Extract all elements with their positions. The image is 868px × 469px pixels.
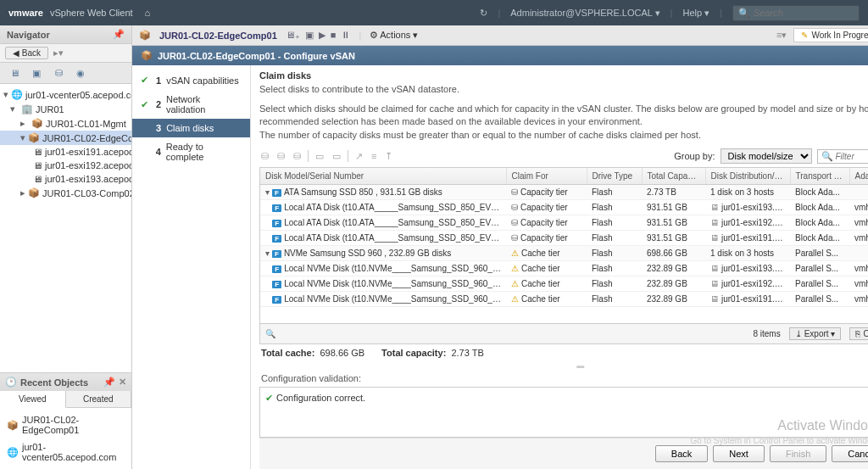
claim-cache-icon[interactable]: ⛁ bbox=[259, 151, 270, 162]
table-row[interactable]: FLocal NVMe Disk (t10.NVMe____Samsung_SS… bbox=[260, 276, 868, 292]
recent-title: Recent Objects bbox=[20, 377, 88, 388]
tab-viewed[interactable]: Viewed bbox=[0, 391, 66, 408]
filter-input[interactable] bbox=[836, 152, 869, 161]
pin-icon[interactable]: 📌 bbox=[113, 29, 125, 40]
tree-host-193[interactable]: 🖥jur01-esxi193.acepod.... bbox=[0, 172, 131, 186]
find-icon[interactable]: 🔍 bbox=[265, 329, 275, 338]
close-icon[interactable]: ✕ bbox=[119, 377, 126, 388]
recent-item[interactable]: 🌐jur01-vcenter05.acepod.com bbox=[3, 438, 128, 466]
reset-icon[interactable]: ↗ bbox=[353, 151, 364, 162]
finish-button: Finish bbox=[770, 445, 826, 462]
step-ready-complete[interactable]: 4Ready to complete bbox=[132, 137, 250, 166]
table-row[interactable]: FLocal NVMe Disk (t10.NVMe____Samsung_SS… bbox=[260, 261, 868, 276]
back-button[interactable]: Back bbox=[655, 445, 708, 462]
power-off-icon[interactable]: ■ bbox=[331, 30, 337, 41]
next-button[interactable]: Next bbox=[713, 445, 765, 462]
search-icon: 🔍 bbox=[821, 151, 833, 162]
product-name: vSphere Web Client bbox=[50, 8, 133, 18]
export-button[interactable]: ⤓Export ▾ bbox=[789, 327, 842, 340]
user-menu[interactable]: Administrator@VSPHERE.LOCAL ▾ bbox=[510, 8, 659, 19]
network-view-icon[interactable]: ◉ bbox=[73, 66, 88, 80]
table-row[interactable]: ▾FNVMe Samsung SSD 960 , 232.89 GB disks… bbox=[260, 246, 868, 261]
col-distribution[interactable]: Disk Distribution/Host bbox=[705, 168, 790, 185]
tree-datacenter[interactable]: ▾🏢JUR01 bbox=[0, 102, 131, 116]
navigator-title: Navigator bbox=[7, 30, 50, 40]
history-dropdown[interactable]: ▸▾ bbox=[53, 47, 64, 59]
item-count: 8 items bbox=[753, 329, 780, 338]
wizard-steps: ✔1vSAN capabilities ✔2Network validation… bbox=[132, 65, 251, 469]
back-button[interactable]: ◀ Back bbox=[5, 47, 48, 59]
col-claim[interactable]: Claim For bbox=[506, 168, 587, 185]
table-row[interactable]: ▾FATA Samsung SSD 850 , 931.51 GB disks⛁… bbox=[260, 185, 868, 200]
wizard-title-bar: 📦 JUR01-CL02-EdgeComp01 - Configure vSAN bbox=[132, 46, 868, 65]
refresh-icon[interactable]: ↻ bbox=[480, 8, 487, 19]
suspend-icon[interactable]: ⏸ bbox=[341, 30, 350, 41]
home-icon[interactable]: ⌂ bbox=[145, 8, 151, 18]
group-by-label: Group by: bbox=[674, 151, 715, 161]
table-row[interactable]: FLocal ATA Disk (t10.ATA_____Samsung_SSD… bbox=[260, 215, 868, 231]
check-icon: ✔ bbox=[265, 393, 273, 403]
content-area: 📦 JUR01-CL02-EdgeComp01 🖥₊ ▣ ▶ ■ ⏸ | ⚙ A… bbox=[132, 25, 868, 469]
cluster-title: JUR01-CL02-EdgeComp01 bbox=[159, 31, 277, 41]
collapse-icon[interactable]: ⤒ bbox=[383, 151, 394, 162]
hosts-view-icon[interactable]: 🖥 bbox=[7, 66, 22, 80]
col-capacity[interactable]: Total Capacity bbox=[642, 168, 705, 185]
section-heading: Claim disks bbox=[259, 70, 868, 81]
table-row[interactable]: FLocal ATA Disk (t10.ATA_____Samsung_SSD… bbox=[260, 231, 868, 246]
recent-objects-panel: 🕑 Recent Objects 📌 ✕ Viewed Created 📦JUR… bbox=[0, 372, 131, 469]
filter-box[interactable]: 🔍 ▾ bbox=[817, 149, 869, 164]
pin-icon[interactable]: 📌 bbox=[103, 377, 115, 388]
validation-box: ✔Configuration correct. bbox=[259, 387, 868, 438]
hdd-icon[interactable]: ▭ bbox=[314, 151, 326, 162]
storage-view-icon[interactable]: ⛁ bbox=[51, 66, 66, 80]
navigator-panel: Navigator 📌 ◀ Back ▸▾ 🖥 ▣ ⛁ ◉ ▾🌐jur01-vc… bbox=[0, 25, 132, 469]
cancel-button[interactable]: Cancel bbox=[832, 445, 868, 462]
section-subheading: Select disks to contribute to the vSAN d… bbox=[259, 84, 868, 94]
search-icon: 🔍 bbox=[738, 8, 750, 19]
inventory-tree: ▾🌐jur01-vcenter05.acepod.com ▾🏢JUR01 ▸📦J… bbox=[0, 84, 131, 372]
tree-cluster-comp[interactable]: ▸📦JUR01-CL03-Comp02 bbox=[0, 186, 131, 200]
help-menu[interactable]: Help ▾ bbox=[682, 8, 709, 19]
tree-host-191[interactable]: 🖥jur01-esxi191.acepod.... bbox=[0, 145, 131, 159]
tree-host-192[interactable]: 🖥jur01-esxi192.acepod.... bbox=[0, 159, 131, 172]
copy-button[interactable]: ⎘Copy ▾ bbox=[849, 327, 868, 340]
alarm-icon[interactable]: ≡▾ bbox=[776, 30, 787, 41]
new-vm-icon[interactable]: ▣ bbox=[305, 30, 314, 41]
list-icon[interactable]: ≡ bbox=[370, 151, 378, 161]
vmware-logo: vmware bbox=[8, 8, 43, 18]
col-drive[interactable]: Drive Type bbox=[587, 168, 642, 185]
global-search[interactable]: 🔍 bbox=[732, 5, 860, 21]
col-adapter[interactable]: Adapter bbox=[849, 168, 868, 185]
step-vsan-capabilities[interactable]: ✔1vSAN capabilities bbox=[132, 70, 250, 90]
tree-cluster-mgmt[interactable]: ▸📦JUR01-CL01-Mgmt bbox=[0, 116, 131, 131]
search-input[interactable] bbox=[754, 8, 847, 18]
wizard-content: Claim disks Select disks to contribute t… bbox=[251, 65, 868, 469]
tab-created[interactable]: Created bbox=[66, 391, 132, 407]
clock-icon: 🕑 bbox=[5, 377, 17, 388]
actions-menu[interactable]: ⚙ Actions ▾ bbox=[370, 30, 418, 41]
flash-icon[interactable]: ▭ bbox=[331, 151, 342, 162]
vms-view-icon[interactable]: ▣ bbox=[29, 66, 44, 80]
step-claim-disks[interactable]: 3Claim disks bbox=[132, 119, 250, 137]
tree-cluster-edge[interactable]: ▾📦JUR01-CL02-EdgeComp... bbox=[0, 131, 131, 145]
top-bar: vmware vSphere Web Client ⌂ ↻ | Administ… bbox=[0, 0, 868, 25]
step-network-validation[interactable]: ✔2Network validation bbox=[132, 90, 250, 119]
cluster-icon: 📦 bbox=[139, 30, 151, 41]
col-model[interactable]: Disk Model/Serial Number bbox=[260, 168, 506, 185]
info-text: Select which disks should be claimed for… bbox=[259, 103, 868, 142]
add-host-icon[interactable]: 🖥₊ bbox=[286, 30, 300, 41]
table-footer: 🔍 8 items ⤓Export ▾ ⎘Copy ▾ bbox=[259, 324, 868, 344]
table-row[interactable]: FLocal ATA Disk (t10.ATA_____Samsung_SSD… bbox=[260, 200, 868, 215]
totals-row: Total cache: 698.66 GB Total capacity: 2… bbox=[259, 344, 868, 361]
unclaim-icon[interactable]: ⛁ bbox=[292, 151, 303, 162]
validation-title: Configuration validation: bbox=[259, 370, 868, 387]
work-in-progress[interactable]: ✎Work In Progress bbox=[793, 28, 868, 42]
claim-capacity-icon[interactable]: ⛁ bbox=[275, 151, 287, 162]
group-by-select[interactable]: Disk model/size bbox=[721, 148, 812, 164]
table-row[interactable]: FLocal NVMe Disk (t10.NVMe____Samsung_SS… bbox=[260, 292, 868, 307]
recent-item[interactable]: 📦JUR01-CL02-EdgeComp01 bbox=[3, 411, 128, 438]
tree-vcenter[interactable]: ▾🌐jur01-vcenter05.acepod.com bbox=[0, 87, 131, 102]
power-on-icon[interactable]: ▶ bbox=[319, 30, 326, 41]
disk-table: Disk Model/Serial Number Claim For Drive… bbox=[259, 167, 868, 324]
col-transport[interactable]: Transport Type bbox=[790, 168, 849, 185]
